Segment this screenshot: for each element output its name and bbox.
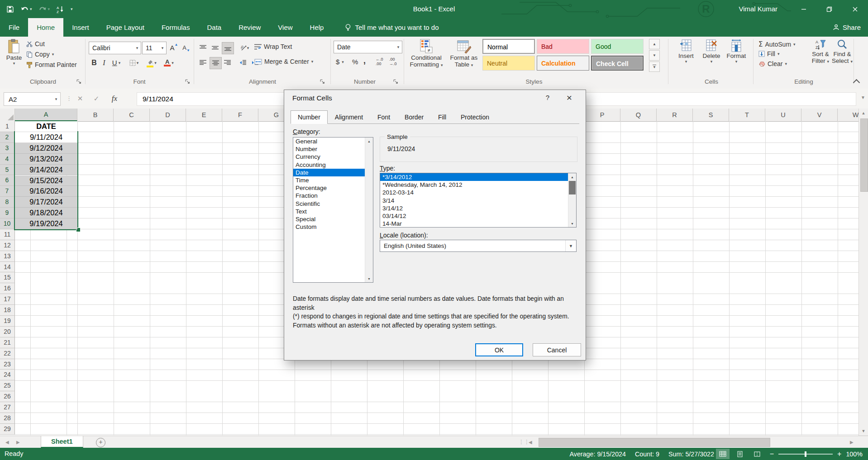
orientation-button[interactable]: ab ▾	[237, 42, 253, 53]
autosum-caret[interactable]: ▾	[793, 42, 796, 47]
category-item-fraction[interactable]: Fraction	[293, 192, 373, 199]
tell-me-box[interactable]: Tell me what you want to do	[345, 18, 439, 37]
category-scroll-down[interactable]: ▼	[365, 275, 373, 282]
row-header-5[interactable]: 5	[0, 165, 15, 175]
row-header-17[interactable]: 17	[0, 294, 15, 305]
type-item-6[interactable]: 14-Mar	[380, 220, 576, 228]
dialog-tab-protection[interactable]: Protection	[453, 111, 496, 123]
type-item-1[interactable]: *Wednesday, March 14, 2012	[380, 181, 576, 189]
font-color-button[interactable]: A ▾	[161, 57, 176, 68]
conditional-formatting-button[interactable]: ≠ Conditional Formatting ▾	[406, 39, 446, 69]
copy-button[interactable]: Copy ▾	[26, 51, 54, 58]
cell-style-normal[interactable]: Normal	[482, 39, 535, 54]
row-header-6[interactable]: 6	[0, 175, 15, 186]
hscroll-right-arrow[interactable]: ▶	[850, 436, 854, 448]
cell-A6[interactable]: 9/15/2024	[15, 175, 77, 186]
category-item-special[interactable]: Special	[293, 215, 373, 223]
tabbar-splitter[interactable]: ⋮⋮	[519, 436, 529, 448]
font-size-caret[interactable]: ▾	[159, 46, 166, 50]
scroll-down-arrow[interactable]: ▼	[859, 427, 868, 436]
paste-caret[interactable]: ▾	[13, 61, 15, 66]
styles-scroll-up[interactable]: ▲	[649, 39, 660, 49]
add-sheet-button[interactable]: +	[96, 438, 105, 447]
grow-font-button[interactable]: A▲	[168, 42, 180, 53]
fill-color-button[interactable]: ▾	[144, 57, 159, 68]
column-header-U[interactable]: U	[765, 109, 801, 121]
underline-button[interactable]: U▾	[110, 57, 123, 68]
row-header-14[interactable]: 14	[0, 262, 15, 273]
sheet-nav-next[interactable]: ▶	[16, 436, 20, 448]
zoom-in-button[interactable]: +	[837, 450, 841, 458]
row-header-23[interactable]: 23	[0, 359, 15, 370]
save-icon[interactable]	[6, 5, 14, 13]
row-header-21[interactable]: 21	[0, 337, 15, 348]
zoom-level[interactable]: 100%	[846, 451, 863, 458]
cut-button[interactable]: Cut	[26, 40, 45, 47]
clipboard-dialog-launcher[interactable]	[76, 79, 82, 85]
row-header-19[interactable]: 19	[0, 316, 15, 327]
merge-center-button[interactable]: Merge & Center ▾	[254, 58, 313, 65]
tab-page-layout[interactable]: Page Layout	[98, 18, 153, 37]
cell-style-neutral[interactable]: Neutral	[482, 56, 535, 71]
name-box[interactable]: A2 ▾	[4, 92, 61, 106]
fill-caret[interactable]: ▾	[777, 52, 780, 56]
format-caret[interactable]: ▾	[735, 59, 738, 64]
locale-combo[interactable]: English (United States) ▼	[380, 240, 577, 252]
row-header-7[interactable]: 7	[0, 186, 15, 197]
shrink-font-button[interactable]: A▼	[181, 42, 192, 53]
wrap-text-button[interactable]: Wrap Text	[254, 43, 292, 50]
row-header-15[interactable]: 15	[0, 272, 15, 283]
user-name[interactable]: Vimal Kumar	[739, 0, 777, 18]
cell-style-bad[interactable]: Bad	[537, 39, 589, 54]
column-header-B[interactable]: B	[77, 109, 114, 121]
number-format-caret[interactable]: ▾	[395, 45, 402, 49]
confirm-entry-icon[interactable]: ✓	[90, 92, 103, 105]
page-break-view-icon[interactable]	[750, 449, 764, 459]
cell-A1[interactable]: DATE	[15, 121, 77, 132]
cancel-entry-icon[interactable]: ✕	[73, 92, 87, 105]
bold-button[interactable]: B	[90, 57, 99, 68]
column-header-T[interactable]: T	[729, 109, 765, 121]
merge-center-caret[interactable]: ▾	[311, 59, 314, 64]
comma-style-button[interactable]: ,	[363, 56, 366, 66]
ok-button[interactable]: OK	[475, 343, 523, 356]
tab-help[interactable]: Help	[301, 18, 333, 37]
cell-A3[interactable]: 9/12/2024	[15, 143, 77, 154]
category-item-text[interactable]: Text	[293, 208, 373, 215]
row-header-25[interactable]: 25	[0, 380, 15, 391]
category-item-date[interactable]: Date	[293, 169, 373, 176]
cancel-button[interactable]: Cancel	[533, 343, 581, 356]
dialog-tab-border[interactable]: Border	[397, 111, 431, 123]
styles-more-button[interactable]: ▼	[649, 62, 660, 72]
type-item-0[interactable]: *3/14/2012	[380, 173, 576, 181]
zoom-slider[interactable]	[778, 454, 833, 455]
dialog-tab-font[interactable]: Font	[370, 111, 397, 123]
row-header-29[interactable]: 29	[0, 424, 15, 435]
row-header-20[interactable]: 20	[0, 327, 15, 337]
clear-button[interactable]: Clear ▾	[758, 60, 787, 67]
cell-A9[interactable]: 9/18/2024	[15, 208, 77, 218]
find-select-button[interactable]: Find & Select ▾	[832, 39, 853, 65]
sort-filter-button[interactable]: AZ Sort & Filter ▾	[810, 39, 831, 65]
category-item-number[interactable]: Number	[293, 145, 373, 153]
row-header-26[interactable]: 26	[0, 391, 15, 402]
category-item-accounting[interactable]: Accounting	[293, 161, 373, 169]
column-header-V[interactable]: V	[801, 109, 838, 121]
row-header-11[interactable]: 11	[0, 229, 15, 240]
collapse-ribbon-chevron[interactable]	[853, 79, 860, 86]
decrease-decimal-button[interactable]: .00→.0	[389, 57, 397, 66]
column-header-Q[interactable]: Q	[620, 109, 657, 121]
redo-icon[interactable]: ▾	[38, 6, 50, 13]
customize-qat-caret[interactable]: ▾	[71, 7, 73, 11]
cell-A4[interactable]: 9/13/2024	[15, 154, 77, 165]
dialog-help-button[interactable]: ?	[543, 94, 552, 101]
tab-view[interactable]: View	[269, 18, 301, 37]
styles-scroll-down[interactable]: ▼	[649, 50, 660, 61]
format-as-table-button[interactable]: Format as Table ▾	[447, 39, 481, 69]
dialog-tab-number[interactable]: Number	[291, 110, 328, 124]
clear-caret[interactable]: ▾	[785, 62, 787, 66]
type-item-3[interactable]: 3/14	[380, 197, 576, 204]
expand-formula-bar-caret[interactable]: ▼	[861, 95, 865, 100]
row-header-1[interactable]: 1	[0, 121, 15, 132]
number-dialog-launcher[interactable]	[393, 79, 399, 85]
